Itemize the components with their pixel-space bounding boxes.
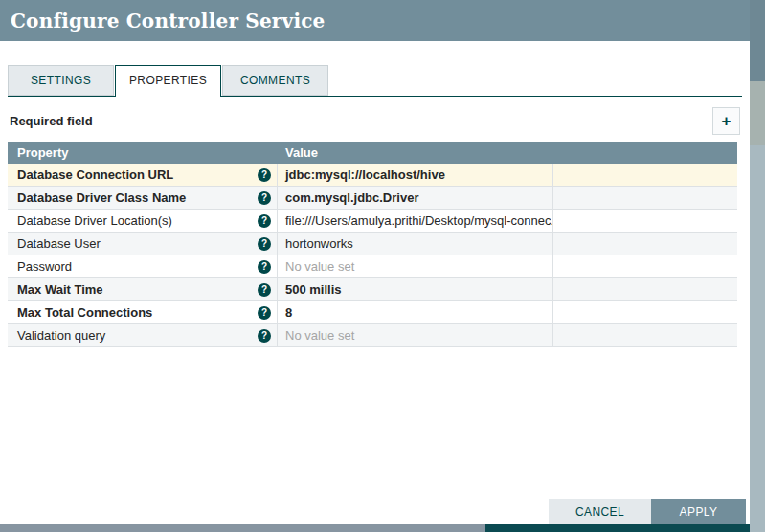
tab-properties[interactable]: PROPERTIES <box>115 65 221 97</box>
help-icon[interactable]: ? <box>258 168 271 182</box>
property-name: Database Driver Location(s) <box>17 213 172 228</box>
row-extra-cell <box>553 164 737 186</box>
table-row: Database Connection URL ? jdbc:mysql://l… <box>8 164 737 187</box>
properties-table: Property Value Database Connection URL ?… <box>8 142 737 347</box>
row-extra-cell <box>553 324 737 346</box>
row-extra-cell <box>553 210 737 232</box>
table-body: Database Connection URL ? jdbc:mysql://l… <box>8 164 737 347</box>
help-icon[interactable]: ? <box>258 329 271 343</box>
property-name: Max Wait Time <box>17 282 103 297</box>
property-name: Database User <box>17 236 101 251</box>
help-icon[interactable]: ? <box>258 306 271 320</box>
help-icon[interactable]: ? <box>258 191 271 205</box>
background-bottom-strip <box>0 524 750 532</box>
dialog-header: Configure Controller Service <box>0 0 750 41</box>
property-cell: Max Wait Time ? <box>8 278 278 300</box>
table-row: Password ? No value set <box>8 255 737 278</box>
nifi-canvas: Configure Controller Service SETTINGS PR… <box>0 0 765 532</box>
table-row: Database Driver Class Name ? com.mysql.j… <box>8 187 737 210</box>
property-cell: Database User ? <box>8 233 278 255</box>
value-cell[interactable]: com.mysql.jdbc.Driver <box>278 187 553 209</box>
dialog-title: Configure Controller Service <box>11 10 326 33</box>
background-right-strip <box>750 0 765 532</box>
table-row: Database User ? hortonworks <box>8 233 737 255</box>
help-icon[interactable]: ? <box>258 283 271 297</box>
value-cell[interactable]: 500 millis <box>278 278 553 300</box>
property-cell: Validation query ? <box>8 324 278 346</box>
tab-bar: SETTINGS PROPERTIES COMMENTS <box>8 65 742 97</box>
table-row: Max Total Connections ? 8 <box>8 301 737 324</box>
property-cell: Password ? <box>8 255 278 277</box>
value-cell[interactable]: jdbc:mysql://localhost/hive <box>278 164 553 186</box>
value-cell[interactable]: No value set <box>278 255 553 277</box>
configure-controller-service-dialog: Configure Controller Service SETTINGS PR… <box>0 0 750 524</box>
property-name: Database Connection URL <box>17 167 173 182</box>
dialog-footer: CANCEL APPLY <box>549 499 746 524</box>
value-cell[interactable]: file:///Users/amulya.prithi/Desktop/mysq… <box>278 210 553 232</box>
property-name: Max Total Connections <box>17 305 152 320</box>
property-cell: Database Driver Class Name ? <box>8 187 278 209</box>
row-extra-cell <box>553 233 737 255</box>
column-header-property: Property <box>8 145 278 160</box>
row-extra-cell <box>553 301 737 323</box>
row-extra-cell <box>553 255 737 277</box>
help-icon[interactable]: ? <box>258 214 271 228</box>
property-name: Database Driver Class Name <box>17 190 186 205</box>
plus-icon: + <box>722 113 731 129</box>
property-name: Validation query <box>17 328 105 343</box>
add-property-button[interactable]: + <box>712 107 740 135</box>
property-cell: Database Connection URL ? <box>8 164 278 186</box>
table-row: Max Wait Time ? 500 millis <box>8 278 737 301</box>
property-name: Password <box>17 259 72 274</box>
table-header: Property Value <box>8 142 737 164</box>
properties-toolbar: Required field + <box>10 106 740 135</box>
required-field-label: Required field <box>10 114 93 128</box>
table-row: Database Driver Location(s) ? file:///Us… <box>8 210 737 233</box>
tab-settings[interactable]: SETTINGS <box>8 65 114 96</box>
help-icon[interactable]: ? <box>258 237 271 251</box>
value-cell[interactable]: 8 <box>278 301 553 323</box>
row-extra-cell <box>553 187 737 209</box>
property-cell: Max Total Connections ? <box>8 301 278 323</box>
table-row: Validation query ? No value set <box>8 324 737 347</box>
tab-comments[interactable]: COMMENTS <box>222 65 328 96</box>
help-icon[interactable]: ? <box>258 260 271 274</box>
property-cell: Database Driver Location(s) ? <box>8 210 278 232</box>
apply-button[interactable]: APPLY <box>651 499 746 524</box>
value-cell[interactable]: hortonworks <box>278 233 553 255</box>
cancel-button[interactable]: CANCEL <box>549 499 651 524</box>
value-cell[interactable]: No value set <box>278 324 553 346</box>
row-extra-cell <box>553 278 737 300</box>
column-header-value: Value <box>278 145 553 160</box>
